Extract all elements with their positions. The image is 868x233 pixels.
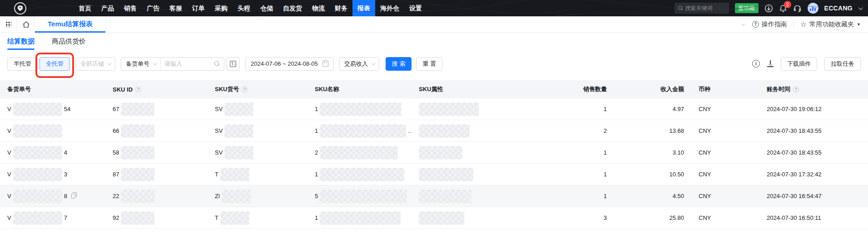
cell-sku-id: 87 — [105, 168, 208, 181]
order-number-input[interactable] — [161, 60, 214, 67]
redacted-data-block — [320, 211, 401, 225]
nav-item-warehouse[interactable]: 仓储 — [255, 0, 278, 16]
table-body: V5467SV114.97CNY2024-07-30 19:06:12V66SV… — [0, 98, 868, 229]
search-icon[interactable] — [214, 61, 220, 67]
operation-guide-link[interactable]: ? 操作指南 — [752, 20, 787, 29]
cell-sku-name: 1 — [308, 102, 412, 116]
table-row: V5467SV114.97CNY2024-07-30 19:06:12 — [0, 98, 868, 120]
column-header-0: 备货单号 — [0, 85, 105, 93]
download-icon[interactable] — [767, 60, 774, 67]
cell-sku-id: 66 — [105, 124, 208, 138]
favorites-menu[interactable]: ☆ 常用功能收藏夹 ▼ — [800, 20, 861, 29]
info-circle-icon[interactable]: i — [752, 60, 760, 68]
star-icon: ☆ — [800, 21, 807, 28]
tab-title: Temu结算报表 — [48, 20, 93, 29]
cell-sku-name: 1 — [308, 211, 412, 225]
cell-accounting-time: 2024-07-30 19:06:12 — [759, 106, 868, 112]
account-name[interactable]: ECCANG — [824, 5, 853, 12]
column-header-8: 账务时间? — [759, 85, 868, 93]
order-search-combo: 备货单号 — [121, 57, 224, 71]
notification-count-badge: 2 — [784, 1, 791, 8]
help-question-icon[interactable]: ? — [793, 87, 799, 92]
pull-task-button[interactable]: 拉取任务 — [824, 57, 861, 71]
nav-item-overseas-warehouse[interactable]: 海外仓 — [375, 0, 404, 16]
nav-item-first-leg[interactable]: 头程 — [233, 0, 255, 16]
download-center-icon[interactable] — [764, 4, 773, 13]
redacted-data-block — [320, 189, 407, 203]
nav-item-reports[interactable]: 报表 — [352, 0, 375, 16]
brand-logo-icon[interactable] — [14, 2, 26, 15]
cell-sales-quantity: 2 — [521, 127, 614, 134]
support-headset-icon[interactable] — [793, 4, 802, 13]
table-row: V792T1325.80CNY2024-07-30 16:50:11 — [0, 207, 868, 229]
redacted-data-block — [121, 189, 154, 203]
nav-item-home[interactable]: 首页 — [74, 0, 96, 16]
new-feature-badge[interactable]: 新功能 — [735, 3, 759, 13]
help-question-icon[interactable]: ? — [135, 87, 141, 92]
cell-sku-code: SV — [208, 124, 308, 138]
subtab-product-supply-price[interactable]: 商品供货价 — [52, 33, 86, 51]
user-avatar[interactable] — [808, 3, 818, 14]
fully-managed-button[interactable]: 全托管 — [40, 57, 70, 71]
cell-sku-id: 92 — [105, 211, 208, 225]
cell-sku-code: SV — [208, 146, 308, 160]
nav-item-orders[interactable]: 订单 — [187, 0, 210, 16]
settlement-table: 备货单号SKU ID?SKU货号?SKU名称SKU属性销售数量收入金额币种账务时… — [0, 80, 868, 229]
nav-item-settings[interactable]: 设置 — [404, 0, 427, 16]
cell-currency: CNY — [691, 149, 759, 156]
cell-currency: CNY — [691, 127, 759, 134]
reset-button[interactable]: 重 置 — [416, 57, 442, 71]
income-type-select[interactable]: 交易收入 — [339, 57, 379, 71]
tabbar-right: ? 操作指南 ☆ 常用功能收藏夹 ▼ — [741, 16, 868, 32]
account-chevron-down-icon[interactable] — [858, 5, 863, 10]
nav-item-purchasing[interactable]: 采购 — [210, 0, 233, 16]
shop-select[interactable]: 全部店铺 — [75, 57, 115, 71]
calendar-icon — [322, 61, 328, 67]
cell-currency: CNY — [691, 171, 759, 178]
redacted-data-block — [419, 124, 470, 138]
table-header-row: 备货单号SKU ID?SKU货号?SKU名称SKU属性销售数量收入金额币种账务时… — [0, 80, 868, 98]
search-button[interactable]: 搜 索 — [386, 57, 412, 71]
apps-grid-button[interactable] — [0, 16, 17, 32]
semi-managed-button[interactable]: 半托管 — [7, 57, 38, 71]
table-row: V387T1110.50CNY2024-07-30 17:32:42 — [0, 164, 868, 185]
batch-input-button[interactable] — [226, 57, 240, 71]
redacted-data-block — [419, 168, 473, 181]
cell-sku-attributes — [412, 168, 521, 181]
nav-item-sales[interactable]: 销售 — [119, 0, 142, 16]
cell-sales-quantity: 1 — [521, 171, 614, 178]
topbar-right: 搜索关键词 新功能 2 — [675, 3, 868, 14]
redacted-data-block — [224, 146, 253, 160]
notifications-button[interactable]: 2 — [779, 4, 787, 13]
download-plugin-button[interactable]: 下载插件 — [781, 57, 817, 71]
column-header-1: SKU ID? — [105, 86, 208, 93]
copy-icon[interactable] — [71, 194, 75, 199]
table-row: V822Zl514.50CNY2024-07-30 16:54:47 — [0, 185, 868, 207]
app-root: 首页产品销售广告客服订单采购头程仓储自发货物流财务报表海外仓设置 搜索关键词 新… — [0, 0, 868, 233]
order-field-select[interactable]: 备货单号 — [121, 60, 160, 68]
cell-sku-attributes — [412, 211, 521, 225]
cell-sku-code: SV — [208, 102, 308, 116]
home-button[interactable] — [17, 16, 35, 32]
nav-item-self-delivery[interactable]: 自发货 — [278, 0, 307, 16]
cell-sku-name: 2 — [308, 146, 412, 160]
tabs-dropdown-chevron-icon[interactable] — [741, 22, 745, 25]
nav-item-logistics[interactable]: 物流 — [307, 0, 330, 16]
cell-currency: CNY — [691, 106, 759, 112]
subtab-settlement-data[interactable]: 结算数据 — [7, 33, 35, 51]
redacted-data-block — [13, 168, 62, 181]
help-question-icon[interactable]: ? — [242, 87, 248, 92]
date-range-picker[interactable]: 2024-07-06 ~ 2024-08-05 — [245, 57, 334, 71]
tab-temu-settlement-report[interactable]: Temu结算报表 — [35, 16, 106, 32]
cell-sku-id: 67 — [105, 102, 208, 116]
nav-item-ads[interactable]: 广告 — [142, 0, 164, 16]
cell-stock-order-no: V54 — [0, 102, 105, 116]
nav-item-products[interactable]: 产品 — [96, 0, 119, 16]
redacted-data-block — [224, 102, 253, 116]
nav-item-finance[interactable]: 财务 — [330, 0, 352, 16]
table-row: V458SV213.10CNY2024-07-30 18:43:55 — [0, 142, 868, 164]
cell-income-amount: 10.50 — [614, 171, 691, 178]
global-search-input[interactable]: 搜索关键词 — [675, 3, 729, 14]
nav-item-customer-service[interactable]: 客服 — [164, 0, 187, 16]
cell-accounting-time: 2024-07-30 16:50:11 — [759, 214, 868, 221]
